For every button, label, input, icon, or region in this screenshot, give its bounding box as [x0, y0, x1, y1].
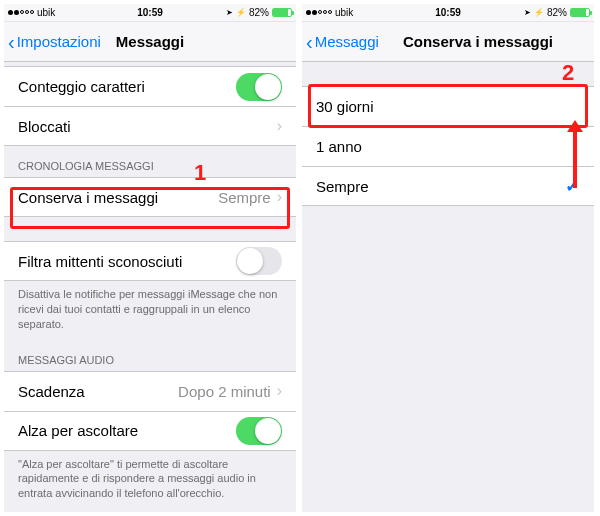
row-label: Scadenza — [18, 383, 178, 400]
back-button[interactable]: ‹ Messaggi — [306, 32, 379, 52]
nav-bar: ‹ Impostazioni Messaggi — [4, 22, 296, 62]
row-label: Conserva i messaggi — [18, 189, 218, 206]
status-time: 10:59 — [302, 7, 594, 18]
option-forever[interactable]: Sempre ✓ — [302, 166, 594, 206]
row-blocked[interactable]: Bloccati › — [4, 106, 296, 146]
options-list[interactable]: 30 giorni 1 anno Sempre ✓ — [302, 62, 594, 512]
row-raise-to-listen[interactable]: Alza per ascoltare — [4, 411, 296, 451]
toggle-character-count[interactable] — [236, 73, 282, 101]
phone-left-settings: ubik 10:59 ➤ ⚡ 82% ‹ Impostazioni Messag… — [4, 4, 296, 512]
row-value: Dopo 2 minuti — [178, 383, 271, 400]
row-label: Conteggio caratteri — [18, 78, 236, 95]
group-header-video: MESSAGGI VIDEO — [4, 509, 296, 512]
toggle-raise-to-listen[interactable] — [236, 417, 282, 445]
back-label: Impostazioni — [17, 33, 101, 50]
row-filter-unknown[interactable]: Filtra mittenti sconosciuti — [4, 241, 296, 281]
status-bar: ubik 10:59 ➤ ⚡ 82% — [302, 4, 594, 22]
checkmark-icon: ✓ — [565, 175, 580, 197]
footer-filter-unknown: Disattiva le notifiche per messaggi iMes… — [4, 281, 296, 340]
row-label: Bloccati — [18, 118, 277, 135]
group-header-history: CRONOLOGIA MESSAGGI — [4, 146, 296, 177]
footer-raise-to-listen: "Alza per ascoltare" ti permette di asco… — [4, 451, 296, 510]
phone-right-keep-messages: ubik 10:59 ➤ ⚡ 82% ‹ Messaggi Conserva i… — [302, 4, 594, 512]
toggle-filter-unknown[interactable] — [236, 247, 282, 275]
status-time: 10:59 — [4, 7, 296, 18]
battery-icon — [272, 8, 292, 17]
chevron-right-icon: › — [277, 188, 282, 206]
row-label: Sempre — [316, 178, 565, 195]
option-1-year[interactable]: 1 anno — [302, 126, 594, 166]
settings-list[interactable]: Conteggio caratteri Bloccati › CRONOLOGI… — [4, 62, 296, 512]
group-header-audio: MESSAGGI AUDIO — [4, 340, 296, 371]
row-keep-messages[interactable]: Conserva i messaggi Sempre › — [4, 177, 296, 217]
row-character-count[interactable]: Conteggio caratteri — [4, 66, 296, 106]
row-label: 30 giorni — [316, 98, 580, 115]
chevron-left-icon: ‹ — [8, 32, 15, 52]
nav-bar: ‹ Messaggi Conserva i messaggi — [302, 22, 594, 62]
back-button[interactable]: ‹ Impostazioni — [8, 32, 101, 52]
row-label: Alza per ascoltare — [18, 422, 236, 439]
battery-icon — [570, 8, 590, 17]
row-expiry[interactable]: Scadenza Dopo 2 minuti › — [4, 371, 296, 411]
row-label: 1 anno — [316, 138, 580, 155]
row-value: Sempre — [218, 189, 271, 206]
option-30-days[interactable]: 30 giorni — [302, 86, 594, 126]
status-bar: ubik 10:59 ➤ ⚡ 82% — [4, 4, 296, 22]
chevron-left-icon: ‹ — [306, 32, 313, 52]
chevron-right-icon: › — [277, 117, 282, 135]
row-label: Filtra mittenti sconosciuti — [18, 253, 236, 270]
back-label: Messaggi — [315, 33, 379, 50]
chevron-right-icon: › — [277, 382, 282, 400]
